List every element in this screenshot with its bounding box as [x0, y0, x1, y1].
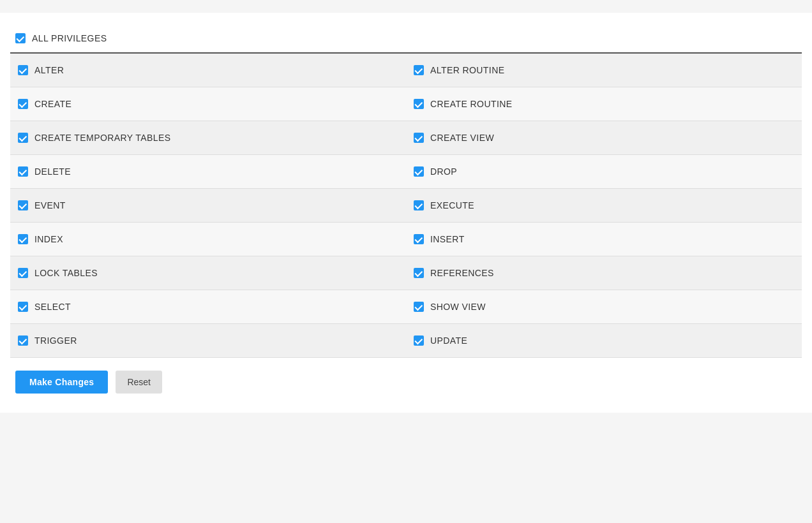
- privilege-checkbox-right-4[interactable]: [414, 200, 424, 210]
- privilege-cell[interactable]: CREATE ROUTINE: [406, 87, 802, 121]
- privilege-label-left-5: INDEX: [34, 234, 63, 244]
- privilege-label-right-5: INSERT: [430, 234, 465, 244]
- privilege-cell[interactable]: REFERENCES: [406, 256, 802, 290]
- privilege-label-left-3: DELETE: [34, 166, 71, 177]
- privilege-checkbox-left-0[interactable]: [18, 65, 28, 75]
- privilege-checkbox-right-6[interactable]: [414, 268, 424, 278]
- privilege-cell[interactable]: CREATE VIEW: [406, 121, 802, 155]
- privilege-checkbox-left-5[interactable]: [18, 234, 28, 244]
- privilege-cell[interactable]: SELECT: [10, 290, 406, 324]
- privilege-label-right-6: REFERENCES: [430, 268, 494, 278]
- privilege-checkbox-right-0[interactable]: [414, 65, 424, 75]
- privilege-cell[interactable]: INSERT: [406, 223, 802, 256]
- privilege-cell[interactable]: CREATE TEMPORARY TABLES: [10, 121, 406, 155]
- reset-button[interactable]: Reset: [116, 371, 162, 394]
- privilege-label-right-3: DROP: [430, 166, 457, 177]
- privilege-label-right-7: SHOW VIEW: [430, 302, 486, 312]
- privilege-cell[interactable]: ALTER ROUTINE: [406, 54, 802, 87]
- privilege-grid: ALTER ALTER ROUTINE CREATE CREATE ROUTIN…: [10, 54, 802, 358]
- privilege-cell[interactable]: EVENT: [10, 189, 406, 223]
- privilege-checkbox-right-2[interactable]: [414, 133, 424, 143]
- privilege-cell[interactable]: DROP: [406, 155, 802, 189]
- privilege-checkbox-left-1[interactable]: [18, 99, 28, 109]
- privilege-cell[interactable]: ALTER: [10, 54, 406, 87]
- privilege-label-left-7: SELECT: [34, 302, 71, 312]
- privilege-cell[interactable]: CREATE: [10, 87, 406, 121]
- privilege-checkbox-right-3[interactable]: [414, 166, 424, 177]
- privilege-checkbox-left-3[interactable]: [18, 166, 28, 177]
- privilege-checkbox-right-5[interactable]: [414, 234, 424, 244]
- privilege-cell[interactable]: UPDATE: [406, 324, 802, 358]
- privilege-checkbox-left-6[interactable]: [18, 268, 28, 278]
- privilege-label-left-2: CREATE TEMPORARY TABLES: [34, 133, 171, 143]
- privilege-label-right-2: CREATE VIEW: [430, 133, 494, 143]
- privilege-cell[interactable]: SHOW VIEW: [406, 290, 802, 324]
- privilege-label-right-8: UPDATE: [430, 335, 467, 346]
- privilege-cell[interactable]: INDEX: [10, 223, 406, 256]
- privilege-cell[interactable]: LOCK TABLES: [10, 256, 406, 290]
- privilege-cell[interactable]: DELETE: [10, 155, 406, 189]
- privilege-checkbox-left-8[interactable]: [18, 335, 28, 346]
- all-privileges-label: ALL PRIVILEGES: [32, 33, 107, 43]
- footer-row: Make Changes Reset: [10, 358, 802, 394]
- privilege-checkbox-right-8[interactable]: [414, 335, 424, 346]
- make-changes-button[interactable]: Make Changes: [15, 371, 108, 394]
- privilege-checkbox-right-7[interactable]: [414, 302, 424, 312]
- privilege-label-left-0: ALTER: [34, 65, 64, 75]
- privilege-label-right-1: CREATE ROUTINE: [430, 99, 513, 109]
- privilege-label-left-8: TRIGGER: [34, 335, 77, 346]
- privilege-label-left-1: CREATE: [34, 99, 71, 109]
- privilege-label-left-4: EVENT: [34, 200, 66, 210]
- all-privileges-checkbox-label[interactable]: ALL PRIVILEGES: [15, 33, 107, 43]
- privilege-label-right-0: ALTER ROUTINE: [430, 65, 504, 75]
- privilege-label-right-4: EXECUTE: [430, 200, 474, 210]
- privilege-checkbox-left-2[interactable]: [18, 133, 28, 143]
- all-privileges-row: ALL PRIVILEGES: [10, 26, 802, 54]
- privileges-container: ALL PRIVILEGES ALTER ALTER ROUTINE CREAT…: [0, 13, 812, 413]
- privilege-checkbox-right-1[interactable]: [414, 99, 424, 109]
- privilege-label-left-6: LOCK TABLES: [34, 268, 98, 278]
- privilege-checkbox-left-4[interactable]: [18, 200, 28, 210]
- privilege-cell[interactable]: TRIGGER: [10, 324, 406, 358]
- privilege-checkbox-left-7[interactable]: [18, 302, 28, 312]
- all-privileges-checkbox[interactable]: [15, 33, 26, 43]
- privilege-cell[interactable]: EXECUTE: [406, 189, 802, 223]
